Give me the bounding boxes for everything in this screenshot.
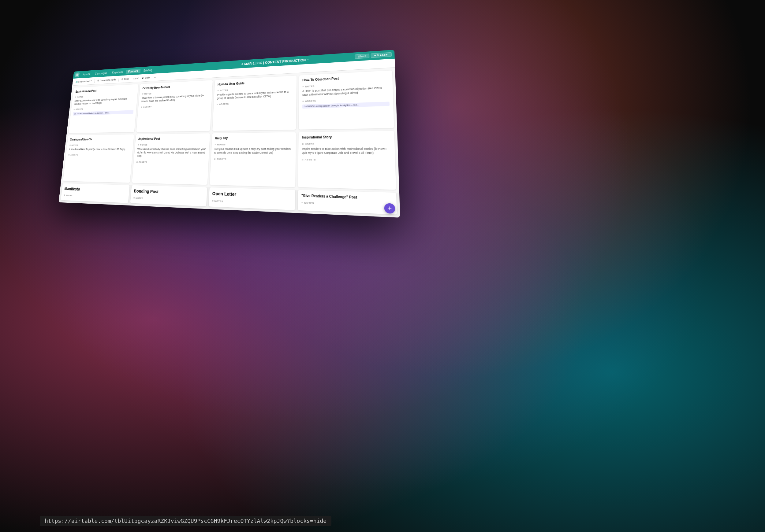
card-celebrity-how-to[interactable]: Celebrity How-To Post NOTES Share how a … — [136, 80, 213, 132]
separator2 — [118, 77, 119, 81]
color-label: Color — [145, 76, 151, 79]
notes-text: Provide a guide on how to use a tool in … — [217, 90, 294, 101]
card-title: Basic How-To Post — [75, 87, 136, 94]
card-title: Timebound How-To — [70, 137, 131, 141]
notes-label: NOTES — [212, 199, 292, 206]
color-button[interactable]: ◐ Color — [141, 76, 152, 80]
color-icon: ◐ — [142, 77, 144, 79]
cards-container: Basic How-To Post NOTES Show your reader… — [59, 68, 400, 218]
separator — [94, 79, 95, 83]
card-basic-how-to[interactable]: Basic How-To Post NOTES Show your reader… — [69, 84, 138, 133]
card-rally-cry[interactable]: Rally Cry NOTES Get your readers filed u… — [210, 132, 296, 187]
card-title: How-To User Guide — [218, 79, 294, 87]
url-bar: https://airtable.com/tblUitpgcayzaRZKJvi… — [40, 516, 332, 526]
card-title: Aspirational Post — [138, 136, 207, 141]
status-indicator: ● 8 ●44► — [371, 52, 392, 58]
sort-button[interactable]: ↕ Sort — [131, 76, 140, 81]
sort-icon: ↕ — [133, 77, 134, 80]
chevron-icon: ▼ — [90, 80, 92, 82]
sort-label: Sort — [134, 77, 139, 80]
card-timebound-how-to[interactable]: Timebound How-To NOTES A time-bound How … — [63, 134, 134, 182]
card-bonding-post[interactable]: Bonding Post NOTES — [130, 185, 208, 206]
tab-briefing[interactable]: Briefing — [141, 68, 155, 73]
customize-cards-button[interactable]: ⚙ Customize cards — [96, 78, 117, 83]
filter-button[interactable]: ⊟ Filter — [120, 77, 130, 81]
assets-label: ASSETS — [217, 100, 293, 106]
tab-keywords[interactable]: Keywords — [110, 70, 126, 75]
card-title: Manifesto — [64, 186, 127, 193]
filter-label: Filter — [124, 77, 129, 81]
tab-formats[interactable]: Formats — [126, 69, 141, 74]
app-logo: A — [75, 73, 80, 77]
card-aspirational-post[interactable]: Aspirational Post NOTES Write about some… — [132, 133, 210, 185]
assets-label: ASSETS — [302, 158, 391, 162]
card-how-to-objection[interactable]: How-To Objection Post NOTES A How-To pos… — [299, 70, 394, 130]
cards-grid: Basic How-To Post NOTES Show your reader… — [61, 68, 399, 193]
card-open-letter[interactable]: Open Letter NOTES — [209, 187, 295, 210]
asset-chip: 10 Jahre Content-Marketing-Agentur – 10 … — [73, 110, 133, 116]
tab-campaigns[interactable]: Campaigns — [92, 71, 110, 76]
grid-icon: ⊞ — [75, 80, 78, 84]
notes-label: NOTES — [64, 194, 126, 199]
share-button[interactable]: Share — [355, 54, 370, 59]
card-title: Celebrity How-To Post — [142, 83, 210, 90]
assets-label: ASSETS — [73, 106, 134, 111]
customize-label: Customize cards — [100, 78, 116, 82]
assets-label: ASSETS — [141, 103, 209, 109]
notes-text: Show your readers how to do something in… — [74, 97, 135, 106]
card-title: Rally Cry — [215, 135, 293, 140]
assets-label: ASSETS — [136, 160, 206, 164]
card-title: "Give Readers a Challenge" Post — [302, 193, 392, 201]
cards-icon: ⚙ — [97, 79, 99, 82]
more-options-button[interactable]: ··· — [153, 75, 158, 79]
view-label: Format view — [78, 80, 90, 83]
notes-label: NOTES — [215, 142, 293, 146]
notes-text: Write about somebody who has done someth… — [137, 147, 207, 158]
card-how-to-user-guide[interactable]: How-To User Guide NOTES Provide a guide … — [212, 76, 297, 131]
notes-text: Share how a famous person does something… — [141, 94, 209, 103]
more-icon: ··· — [154, 76, 156, 79]
notes-label: NOTES — [69, 143, 131, 146]
card-give-readers-challenge[interactable]: "Give Readers a Challenge" Post NOTES — [298, 190, 397, 215]
card-title: Bonding Post — [134, 188, 204, 196]
view-switcher[interactable]: ⊞ Format view ▼ — [74, 79, 93, 84]
topbar-actions: Share ● 8 ●44► — [355, 52, 392, 59]
notes-label: NOTES — [301, 201, 392, 208]
notes-label: NOTES — [133, 196, 204, 202]
notes-text: Inspire readers to take action with moti… — [302, 147, 391, 155]
notes-label: NOTES — [138, 143, 207, 146]
filter-icon: ⊟ — [122, 78, 124, 81]
tab-assets[interactable]: Assets — [81, 72, 92, 77]
card-inspirational-story[interactable]: Inspirational Story NOTES Inspire reader… — [298, 131, 396, 190]
card-manifesto[interactable]: Manifesto NOTES — [61, 183, 130, 203]
notes-text: Get your readers filed up with a rally c… — [214, 147, 293, 155]
assets-label: ASSETS — [214, 157, 292, 161]
airtable-window: A Assets Campaigns Keywords Formats Brie… — [59, 50, 400, 218]
card-title: How-To Objection Post — [302, 74, 388, 82]
notes-label: NOTES — [302, 142, 391, 145]
card-title: Open Letter — [212, 191, 292, 199]
notes-text: A time-bound How To post (ie How to Lose… — [69, 148, 130, 151]
assets-label: ASSETS — [68, 153, 130, 156]
card-title: Inspirational Story — [302, 134, 390, 139]
asset-chip: DIGUNO Unblog gegen Google Analytics – G… — [302, 102, 389, 109]
